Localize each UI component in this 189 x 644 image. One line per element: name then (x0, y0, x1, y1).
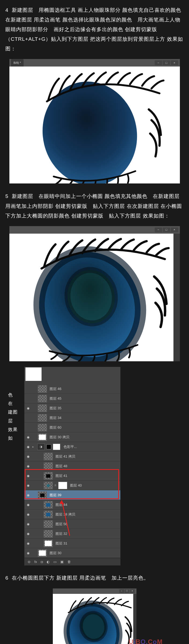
visibility-icon[interactable]: ◉ (25, 541, 31, 546)
adjustment-layer-row[interactable]: ◉ ▸ ◑ 色彩平... (24, 442, 120, 452)
document-tab[interactable]: B/8) * (11, 59, 24, 67)
layer-thumb[interactable] (38, 491, 47, 499)
visibility-icon[interactable]: ◉ (25, 521, 31, 527)
layer-name[interactable]: 图层 46 (48, 386, 61, 392)
layer-row[interactable]: ◉ 图层 30 (24, 548, 120, 558)
fx-icon[interactable]: fx (34, 559, 37, 565)
canvas-4[interactable] (53, 594, 133, 644)
close-button[interactable]: × (171, 227, 178, 232)
layer-row[interactable]: ◉ ⎘ 图层 40 (24, 481, 120, 490)
layer-name[interactable]: 色彩平... (62, 444, 77, 450)
layer-thumb[interactable] (44, 472, 53, 480)
layer-row[interactable]: ◉ 图层 35 (24, 403, 120, 413)
maximize-button[interactable]: □ (163, 60, 170, 65)
layer-row[interactable]: 图层 46 (24, 384, 120, 394)
visibility-icon[interactable]: ◉ (25, 435, 31, 440)
layers-panel[interactable]: 图层 46 图层 45 ◉ 图层 35 图层 34 (24, 367, 121, 566)
layer-name[interactable]: 图层 40 (68, 482, 82, 489)
navigator-thumbnail[interactable] (25, 367, 42, 381)
layer-row[interactable]: 图层 34 (24, 413, 120, 423)
layer-thumb[interactable] (44, 482, 53, 489)
visibility-icon[interactable]: ◉ (25, 492, 31, 498)
layer-thumb[interactable] (44, 530, 53, 538)
layer-name[interactable]: 图层 30 拷贝 (48, 434, 69, 441)
visibility-icon[interactable]: ◉ (25, 463, 31, 469)
visibility-icon[interactable]: ◉ (25, 483, 31, 488)
layer-thumb[interactable] (38, 395, 47, 402)
layer-row[interactable]: ◉ 图层 56 (24, 519, 120, 529)
layer-name[interactable]: 图层 32 (54, 531, 67, 537)
mask-icon[interactable]: ◘ (41, 559, 43, 565)
mask-thumb[interactable] (58, 482, 67, 489)
visibility-icon[interactable]: ◉ (25, 502, 31, 507)
canvas-2[interactable] (9, 234, 173, 361)
link-layers-icon[interactable]: ⊖ (28, 559, 31, 565)
layer-row-selected[interactable]: ◉ 图层 39 (24, 490, 120, 500)
layer-thumb[interactable] (38, 404, 47, 412)
mask-thumb[interactable] (53, 444, 60, 450)
layer-name[interactable]: 图层 38 拷贝 (54, 511, 75, 518)
visibility-icon[interactable]: ◉ (25, 473, 31, 479)
layer-name[interactable]: 图层 39 (48, 492, 61, 499)
layer-thumb[interactable] (38, 433, 47, 441)
layer-thumb[interactable] (44, 511, 53, 518)
layer-thumb[interactable] (44, 501, 53, 509)
layers-list[interactable]: 图层 46 图层 45 ◉ 图层 35 图层 34 (24, 384, 120, 558)
visibility-icon[interactable] (25, 415, 31, 421)
color-swatch[interactable] (46, 444, 51, 449)
layer-row[interactable]: 图层 45 (24, 394, 120, 403)
layer-name[interactable]: 图层 56 (54, 521, 67, 528)
layer-row[interactable]: ◉ 图层 32 (24, 529, 120, 539)
trash-icon[interactable]: 🗑 (67, 559, 71, 565)
adjustment-icon[interactable]: ◑ (37, 444, 45, 450)
layer-row[interactable]: ◉ 图层 44 (24, 500, 120, 510)
minimize-button[interactable]: − (155, 60, 162, 65)
layer-name[interactable]: 图层 34 (48, 415, 61, 421)
layer-name[interactable]: 图层 30 (48, 550, 61, 557)
link-icon[interactable]: ⎘ (54, 482, 57, 489)
layer-thumb[interactable] (44, 520, 53, 528)
layer-name[interactable]: 图层 41 拷贝 (54, 453, 75, 460)
minimize-button[interactable]: − (155, 227, 162, 232)
visibility-icon[interactable] (25, 386, 31, 392)
layer-row[interactable]: ◉ 图层 30 拷贝 (24, 432, 120, 442)
layer-row[interactable]: ◉ 图层 41 拷贝 (24, 452, 120, 461)
layer-thumb[interactable] (38, 414, 47, 422)
layer-thumb[interactable] (44, 453, 53, 460)
visibility-icon[interactable]: ◉ (25, 531, 31, 536)
layer-name[interactable]: 图层 41 (54, 473, 67, 479)
visibility-icon[interactable] (25, 425, 31, 430)
layer-name[interactable]: 图层 35 (48, 405, 61, 412)
layer-thumb[interactable] (44, 540, 53, 547)
folder-icon[interactable]: ▭ (53, 559, 57, 565)
close-button[interactable]: × (171, 60, 178, 65)
visibility-icon[interactable] (25, 396, 31, 401)
layer-thumb[interactable] (38, 424, 47, 431)
visibility-icon[interactable]: ◉ (25, 512, 31, 517)
maximize-button[interactable]: □ (163, 227, 170, 232)
layer-name[interactable]: 图层 48 (54, 463, 67, 470)
layer-thumb[interactable] (38, 549, 47, 557)
layer-name[interactable]: 图层 31 (54, 540, 67, 547)
layer-row[interactable]: ◉ 图层 31 (24, 539, 120, 548)
layer-row[interactable]: ◉ 图层 48 (24, 461, 120, 471)
dropdown-arrow-icon[interactable]: ▸ (32, 444, 36, 449)
layer-row[interactable]: ◉ 图层 41 (24, 471, 120, 481)
new-layer-icon[interactable]: ▣ (60, 559, 64, 565)
layer-row[interactable]: 图层 60 (24, 423, 120, 432)
layer-name[interactable]: 图层 45 (48, 395, 61, 402)
layer-thumb[interactable] (38, 385, 47, 393)
close-button[interactable]: × (130, 589, 135, 593)
visibility-icon[interactable]: ◉ (25, 406, 31, 411)
layer-name[interactable]: 图层 60 (48, 424, 61, 431)
minimize-button[interactable]: − (119, 589, 124, 593)
maximize-button[interactable]: □ (125, 589, 129, 593)
canvas-1[interactable] (9, 67, 180, 183)
visibility-icon[interactable]: ◉ (25, 454, 31, 459)
visibility-icon[interactable]: ◉ (25, 550, 31, 556)
layer-name[interactable]: 图层 44 (54, 502, 67, 508)
layer-thumb[interactable] (44, 462, 53, 470)
visibility-icon[interactable]: ◉ (25, 444, 31, 450)
adjustment-icon[interactable]: ◐ (47, 559, 50, 565)
layer-row[interactable]: ◉ 图层 38 拷贝 (24, 510, 120, 519)
